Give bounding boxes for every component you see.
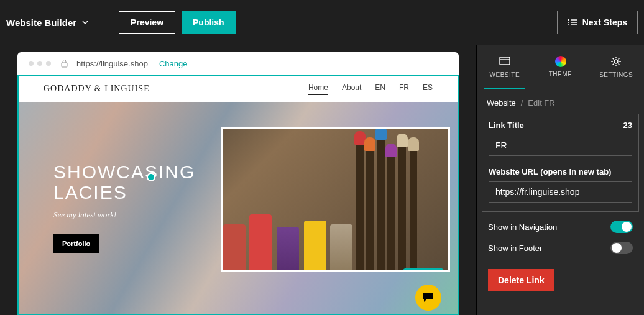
browser-frame: https://linguise.shop Change GODADDY & L…: [17, 52, 459, 315]
nav-es[interactable]: ES: [423, 83, 433, 95]
nav-fr[interactable]: FR: [399, 83, 409, 95]
show-footer-label: Show in Footer: [488, 244, 542, 253]
site-logo: GODADDY & LINGUISE: [44, 84, 150, 94]
canvas-area: https://linguise.shop Change GODADDY & L…: [0, 45, 476, 315]
hero-subtitle: See my latest work!: [53, 210, 195, 220]
link-title-count: 23: [623, 121, 632, 130]
brand-label: Website Builder: [6, 17, 76, 28]
hero-image[interactable]: Update: [221, 127, 450, 272]
site-header: GODADDY & LINGUISE Home About EN FR ES: [19, 76, 458, 102]
svg-rect-1: [500, 57, 510, 65]
lock-icon: [61, 60, 68, 68]
tab-theme[interactable]: THEME: [533, 45, 589, 89]
preview-button[interactable]: Preview: [119, 11, 175, 34]
side-panel: WEBSITE THEME SETTINGS Website / Edit FR…: [476, 45, 644, 315]
top-bar: Website Builder Preview Publish Next Ste…: [0, 0, 644, 45]
link-title-label: Link Title: [489, 121, 524, 130]
url-input[interactable]: [489, 181, 632, 203]
chevron-down-icon: [81, 19, 89, 26]
chat-icon: [423, 293, 434, 303]
gear-icon: [610, 55, 622, 68]
crumb-website[interactable]: Website: [487, 98, 516, 107]
show-nav-label: Show in Navigation: [488, 222, 557, 232]
change-link[interactable]: Change: [159, 59, 188, 68]
site-preview[interactable]: GODADDY & LINGUISE Home About EN FR ES S…: [17, 75, 459, 315]
nav-home[interactable]: Home: [308, 83, 328, 95]
nav-en[interactable]: EN: [375, 83, 385, 95]
tab-settings[interactable]: SETTINGS: [588, 45, 644, 89]
show-footer-toggle[interactable]: [610, 242, 633, 254]
panel-tabs: WEBSITE THEME SETTINGS: [477, 45, 644, 89]
tab-website[interactable]: WEBSITE: [477, 45, 533, 89]
brand-dropdown[interactable]: Website Builder: [6, 17, 89, 28]
browser-bar: https://linguise.shop Change: [17, 52, 459, 75]
sync-icon: [147, 173, 155, 181]
breadcrumb: Website / Edit FR: [477, 89, 644, 114]
update-button[interactable]: Update: [401, 268, 446, 272]
delete-link-button[interactable]: Delete Link: [488, 269, 554, 291]
refresh-icon: [407, 272, 413, 272]
url-text: https://linguise.shop: [76, 59, 148, 68]
next-steps-button[interactable]: Next Steps: [557, 11, 638, 34]
svg-point-3: [614, 60, 618, 63]
traffic-lights: [29, 61, 51, 66]
url-label: Website URL (opens in new tab): [489, 167, 611, 176]
portfolio-button[interactable]: Portfolio: [53, 234, 99, 253]
site-nav: Home About EN FR ES: [308, 83, 433, 95]
theme-icon: [555, 56, 566, 67]
hero-title: SHOWCASING LACIES: [53, 162, 195, 203]
crumb-edit: Edit FR: [528, 98, 554, 107]
hero-section: SHOWCASING LACIES See my latest work! Po…: [19, 102, 458, 315]
list-icon: [568, 18, 577, 27]
chat-button[interactable]: [415, 285, 441, 311]
website-icon: [499, 55, 511, 68]
link-form: Link Title 23 Website URL (opens in new …: [482, 114, 639, 212]
publish-button[interactable]: Publish: [182, 11, 236, 34]
nav-about[interactable]: About: [342, 83, 361, 95]
link-title-input[interactable]: [489, 135, 632, 156]
show-nav-toggle[interactable]: [610, 221, 633, 233]
svg-rect-0: [62, 63, 67, 67]
next-steps-label: Next Steps: [582, 17, 627, 27]
